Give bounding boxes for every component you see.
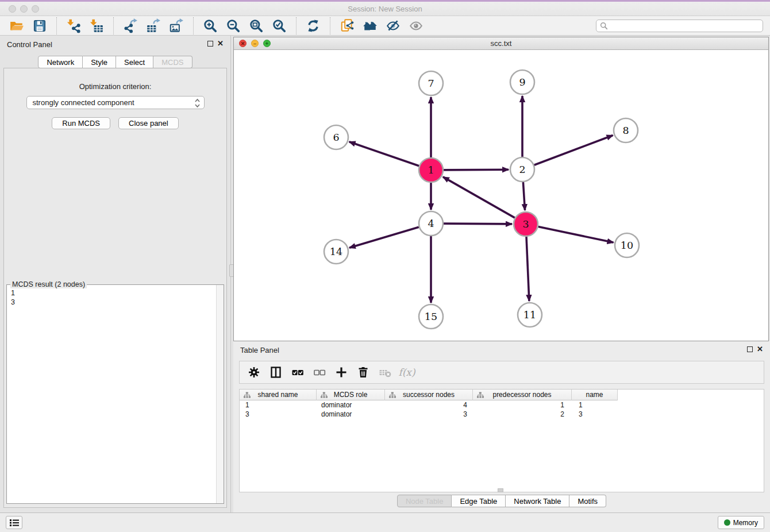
search-box: [596, 20, 763, 32]
tab-select[interactable]: Select: [116, 56, 153, 68]
zoom-fit-button[interactable]: [245, 17, 268, 34]
graph-node-8[interactable]: 8: [614, 118, 638, 142]
search-input[interactable]: [596, 20, 763, 32]
main-toolbar: [0, 16, 770, 36]
new-network-from-selection-icon: [340, 18, 355, 33]
table-cell[interactable]: 4: [385, 400, 473, 410]
table-cell[interactable]: 1: [572, 400, 618, 410]
first-neighbors-button[interactable]: [359, 17, 382, 34]
column-label: name: [586, 391, 603, 399]
table-cell[interactable]: 2: [473, 410, 572, 419]
import-network-button[interactable]: [62, 17, 85, 34]
result-scrollbar[interactable]: [216, 285, 224, 503]
table-row[interactable]: 3dominator323: [240, 410, 764, 419]
column-header-shared-name[interactable]: shared name: [240, 390, 317, 400]
tab-motifs[interactable]: Motifs: [569, 495, 606, 507]
network-window-titlebar[interactable]: ✕ – + scc.txt: [234, 37, 768, 50]
node-table: shared nameMCDS rolesuccessor nodesprede…: [239, 389, 764, 492]
graph-edge-2-8[interactable]: [534, 136, 613, 165]
tab-mcds[interactable]: MCDS: [153, 56, 192, 68]
add-column-button[interactable]: [332, 363, 351, 381]
table-cell[interactable]: dominator: [317, 400, 385, 410]
show-all-icon: [409, 18, 424, 33]
graph-edge-2-3[interactable]: [523, 182, 525, 210]
deselect-all-button[interactable]: [310, 363, 329, 381]
graph-node-15[interactable]: 15: [419, 304, 443, 329]
graph-node-9[interactable]: 9: [510, 70, 534, 94]
graph-node-label: 9: [519, 76, 525, 88]
zoom-out-button[interactable]: [222, 17, 245, 34]
table-header-row: shared nameMCDS rolesuccessor nodesprede…: [240, 390, 764, 400]
tab-style[interactable]: Style: [83, 56, 116, 68]
graph-edge-3-11[interactable]: [526, 237, 529, 301]
graph-node-label: 10: [621, 240, 633, 251]
float-table-panel-icon[interactable]: [747, 346, 753, 352]
table-panel-header: Table Panel ✕: [233, 341, 770, 357]
save-session-button[interactable]: [28, 17, 51, 34]
table-cell[interactable]: 1: [473, 400, 572, 410]
table-cell[interactable]: 3: [572, 410, 618, 419]
panel-menu-button[interactable]: [6, 516, 22, 529]
graph-node-14[interactable]: 14: [324, 240, 348, 264]
float-panel-icon[interactable]: [207, 41, 213, 47]
open-session-button[interactable]: [5, 17, 28, 34]
app-title: Session: New Session: [0, 5, 770, 13]
graph-node-1[interactable]: 1: [419, 158, 443, 182]
network-canvas[interactable]: 1234678910111415: [234, 50, 768, 341]
new-network-from-selection-button[interactable]: [336, 17, 359, 34]
close-table-panel-icon[interactable]: ✕: [757, 345, 763, 353]
tab-node-table[interactable]: Node Table: [397, 495, 452, 507]
table-cell[interactable]: 3: [240, 410, 317, 419]
split-view-button[interactable]: [266, 363, 286, 381]
graph-node-3[interactable]: 3: [514, 212, 538, 236]
column-header-name[interactable]: name: [572, 390, 618, 400]
show-all-button[interactable]: [405, 17, 428, 34]
graph-edge-1-6[interactable]: [349, 142, 419, 166]
export-network-icon: [123, 18, 138, 33]
graph-node-11[interactable]: 11: [518, 303, 542, 327]
graph-edge-4-14[interactable]: [349, 227, 419, 248]
horizontal-splitter-handle[interactable]: [498, 488, 503, 492]
column-header-MCDS-role[interactable]: MCDS role: [317, 390, 385, 400]
graph-node-6[interactable]: 6: [324, 125, 348, 149]
graph-edge-4-3[interactable]: [444, 223, 512, 224]
close-panel-icon[interactable]: ✕: [217, 39, 224, 48]
delete-column-button[interactable]: [353, 363, 373, 381]
graph-edge-3-1[interactable]: [443, 177, 515, 218]
tab-network[interactable]: Network: [38, 56, 83, 68]
table-cell[interactable]: 3: [385, 410, 473, 419]
apply-layout-button[interactable]: [302, 17, 325, 34]
select-all-button[interactable]: [288, 363, 307, 381]
close-panel-button[interactable]: Close panel: [118, 117, 179, 129]
graph-node-label: 1: [428, 164, 434, 176]
tab-edge-table[interactable]: Edge Table: [452, 495, 506, 507]
table-options-button[interactable]: [244, 363, 264, 381]
table-row[interactable]: 1dominator411: [240, 400, 764, 410]
graph-node-10[interactable]: 10: [615, 233, 639, 257]
graph-node-2[interactable]: 2: [510, 157, 534, 182]
table-cell[interactable]: dominator: [317, 410, 385, 419]
hide-selected-button[interactable]: [382, 17, 405, 34]
graph-node-4[interactable]: 4: [419, 211, 443, 236]
zoom-selected-button[interactable]: [268, 17, 291, 34]
run-mcds-button[interactable]: Run MCDS: [52, 117, 110, 129]
export-network-button[interactable]: [119, 17, 142, 34]
column-header-successor-nodes[interactable]: successor nodes: [385, 390, 473, 400]
graph-node-7[interactable]: 7: [419, 71, 443, 95]
tab-network-table[interactable]: Network Table: [506, 495, 569, 507]
zoom-in-button[interactable]: [199, 17, 222, 34]
graph-edge-1-2[interactable]: [444, 169, 509, 170]
export-table-button[interactable]: [142, 17, 165, 34]
apply-layout-icon: [306, 18, 321, 33]
mcds-result-box: MCDS result (2 nodes) 13: [6, 284, 224, 504]
mcds-result-text[interactable]: 13: [7, 286, 216, 503]
criterion-select[interactable]: strongly connected component: [26, 96, 205, 109]
hide-selected-icon: [386, 18, 401, 33]
graph-edge-3-10[interactable]: [538, 227, 614, 243]
table-cell[interactable]: 1: [240, 400, 317, 410]
export-table-icon: [146, 18, 161, 33]
column-header-predecessor-nodes[interactable]: predecessor nodes: [473, 390, 572, 400]
import-table-button[interactable]: [85, 17, 108, 34]
memory-button[interactable]: Memory: [718, 516, 764, 529]
export-image-button[interactable]: [165, 17, 188, 34]
